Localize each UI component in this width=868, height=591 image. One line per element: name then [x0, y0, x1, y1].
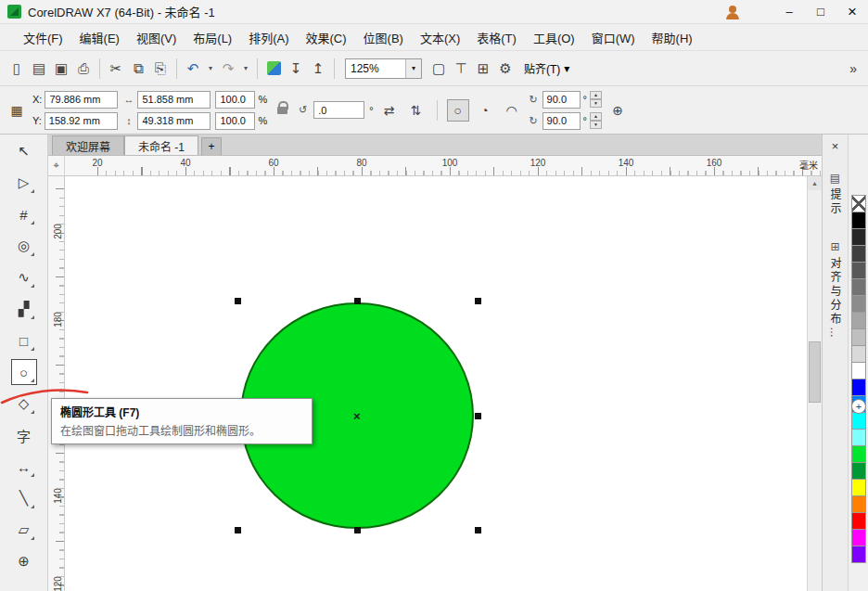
selection-handle-top-left[interactable] [235, 298, 241, 304]
object-height-field[interactable]: 49.318 mm [137, 112, 211, 130]
text-tool[interactable]: 字 [11, 422, 37, 448]
color-swatch[interactable] [851, 245, 866, 263]
crop-tool[interactable]: # [11, 201, 37, 227]
drop-shadow-tool[interactable]: ▱ [11, 517, 37, 543]
lock-ratio-button[interactable] [272, 95, 292, 126]
new-document-tab-button[interactable]: + [201, 137, 222, 155]
object-width-field[interactable]: 51.858 mm [137, 91, 211, 109]
color-swatch[interactable] [851, 512, 866, 530]
undo-dropdown-button[interactable]: ▾ [204, 57, 217, 81]
selection-handle-bottom-left[interactable] [235, 527, 241, 533]
menu-edit[interactable]: 编辑(E) [71, 25, 128, 50]
start-angle-up-button[interactable]: ▲ [590, 91, 602, 99]
user-account-icon[interactable] [725, 5, 740, 19]
scrollbar-thumb[interactable] [809, 341, 821, 403]
selection-handle-middle-right[interactable] [475, 413, 481, 419]
rotation-angle-field[interactable]: .0 [313, 101, 364, 119]
menu-effects[interactable]: 效果(C) [298, 25, 355, 50]
color-swatch[interactable] [851, 445, 866, 463]
ellipse-mode-button[interactable]: ○ [447, 99, 469, 122]
end-angle-field[interactable]: 90.0 [542, 112, 581, 130]
quick-customize-button[interactable]: ⊕ [606, 99, 629, 122]
selection-handle-bottom-right[interactable] [475, 527, 481, 533]
selection-handle-top-right[interactable] [475, 298, 481, 304]
selection-handle-bottom-center[interactable] [354, 527, 361, 533]
redo-dropdown-button[interactable]: ▾ [239, 57, 252, 81]
scale-x-field[interactable]: 100.0 [215, 91, 255, 109]
artistic-media-tool[interactable]: ▞ [11, 296, 37, 322]
color-swatch[interactable] [851, 345, 866, 363]
dimension-tool[interactable]: ↔ [11, 454, 37, 480]
rectangle-tool[interactable]: □ [11, 328, 37, 353]
new-document-button[interactable]: ▯ [6, 57, 28, 81]
fullscreen-preview-button[interactable]: ▢ [428, 57, 450, 81]
end-angle-down-button[interactable]: ▼ [590, 121, 602, 129]
snap-to-button[interactable]: 贴齐(T) ▾ [517, 57, 577, 81]
color-swatch[interactable] [851, 228, 866, 246]
menu-view[interactable]: 视图(V) [128, 25, 185, 50]
object-center-mark-icon[interactable]: × [353, 410, 361, 422]
pick-tool[interactable]: ↖ [11, 138, 37, 164]
menu-tools[interactable]: 工具(O) [525, 25, 583, 50]
menu-window[interactable]: 窗口(W) [583, 25, 644, 50]
export-button[interactable]: ↥ [307, 57, 329, 81]
menu-file[interactable]: 文件(F) [15, 25, 71, 50]
pie-mode-button[interactable]: ◔ [474, 99, 496, 122]
color-swatch[interactable] [851, 295, 866, 313]
show-rulers-button[interactable]: ⊤ [450, 57, 472, 81]
docker-tab-hints[interactable]: ▤ 提示 [824, 165, 846, 223]
drawing-canvas[interactable]: × [65, 176, 807, 591]
scroll-up-button[interactable]: ▲ [808, 176, 822, 190]
search-content-button[interactable] [262, 57, 285, 81]
color-swatch[interactable] [851, 379, 866, 396]
start-angle-down-button[interactable]: ▼ [590, 99, 602, 108]
undo-button[interactable]: ↶ [182, 57, 204, 81]
docker-close-button[interactable]: × [827, 137, 844, 154]
vertical-scrollbar[interactable]: ▲ [807, 176, 822, 591]
end-angle-up-button[interactable]: ▲ [590, 112, 602, 121]
connector-tool[interactable]: ╲ [11, 485, 37, 511]
object-position-button[interactable]: ▦ [6, 99, 28, 122]
menu-bitmaps[interactable]: 位图(B) [355, 25, 412, 50]
color-swatch[interactable] [851, 529, 866, 546]
menu-arrange[interactable]: 排列(A) [240, 25, 297, 50]
color-swatch[interactable] [851, 328, 866, 346]
color-swatch[interactable] [851, 278, 866, 296]
color-swatch[interactable] [851, 312, 866, 329]
color-swatch[interactable] [851, 462, 866, 480]
options-button[interactable]: ⚙ [494, 57, 517, 81]
x-position-field[interactable]: 79.886 mm [45, 91, 118, 109]
cut-button[interactable]: ✂ [105, 57, 127, 81]
selection-handle-top-center[interactable] [354, 298, 361, 304]
no-color-swatch[interactable] [851, 195, 866, 212]
start-angle-field[interactable]: 90.0 [542, 91, 581, 109]
shape-tool[interactable]: ▷ [11, 170, 37, 196]
ellipse-tool[interactable]: ○ [11, 359, 37, 385]
zoom-dropdown-arrow-icon[interactable]: ▾ [405, 59, 421, 78]
polygon-tool[interactable]: ◇ [11, 391, 37, 417]
color-swatch[interactable] [851, 479, 866, 496]
close-button[interactable]: × [836, 0, 868, 23]
color-swatch[interactable] [851, 495, 866, 513]
toolbar-overflow-button[interactable]: » [844, 61, 862, 76]
scale-y-field[interactable]: 100.0 [215, 112, 255, 130]
menu-table[interactable]: 表格(T) [468, 25, 525, 50]
more-tools-button[interactable]: ⊕ [11, 548, 37, 574]
show-grid-button[interactable]: ⊞ [472, 57, 494, 81]
color-swatch[interactable] [851, 212, 866, 229]
tab-untitled-1[interactable]: 未命名 -1 [124, 135, 198, 155]
ruler-origin-icon[interactable]: ⌖ [48, 156, 65, 175]
import-button[interactable]: ↧ [285, 57, 307, 81]
color-swatch[interactable] [851, 262, 866, 279]
open-button[interactable]: ▤ [28, 57, 50, 81]
arc-mode-button[interactable]: ◠ [501, 99, 523, 122]
print-button[interactable]: ⎙ [72, 57, 95, 81]
menu-layout[interactable]: 布局(L) [185, 25, 240, 50]
menu-help[interactable]: 帮助(H) [644, 25, 701, 50]
menu-text[interactable]: 文本(X) [412, 25, 468, 50]
color-swatch[interactable] [851, 362, 866, 379]
minimize-button[interactable]: – [773, 0, 805, 23]
paste-button[interactable]: ⎘ [149, 57, 172, 81]
color-swatch[interactable] [851, 546, 866, 563]
y-position-field[interactable]: 158.92 mm [45, 112, 118, 130]
